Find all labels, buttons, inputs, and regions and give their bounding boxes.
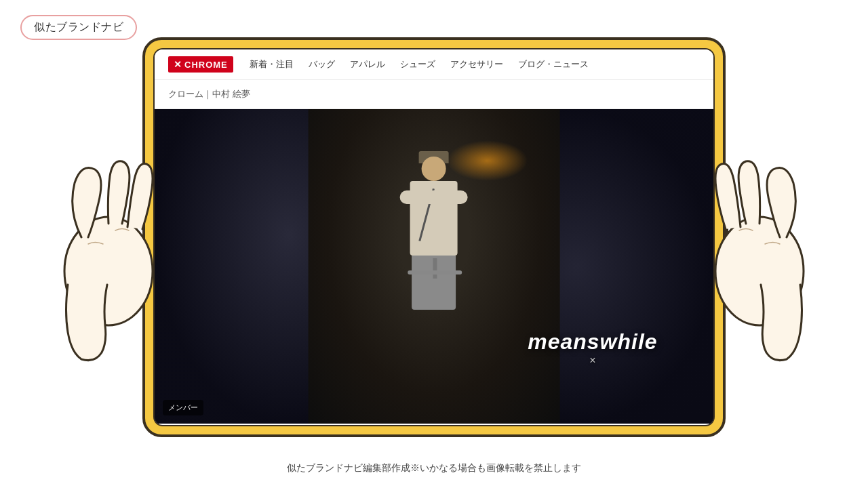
site-navigation: ✕ CHROME 新着・注目 バッグ アパレル シューズ アクセサリー ブログ・… (155, 49, 713, 80)
overlay-main-text: meanswhile (528, 329, 657, 354)
member-badge: メンバー (163, 400, 203, 415)
overlay-sub-text: × (528, 354, 657, 367)
footer-disclaimer: 似たブランドナビ編集部作成※いかなる場合も画像転載を禁止します (0, 462, 868, 474)
brand-logo-badge[interactable]: 似たブランドナビ (20, 15, 137, 40)
member-label: メンバー (168, 403, 198, 411)
breadcrumb-text: クローム｜中村 絵夢 (168, 89, 250, 99)
hand-right-illustration (705, 149, 841, 366)
person-arms (400, 190, 468, 204)
hero-overlay-text: meanswhile × (528, 329, 657, 367)
person-illustration (393, 157, 475, 306)
hero-image-area: meanswhile × メンバー (155, 109, 713, 424)
tablet-frame: ✕ CHROME 新着・注目 バッグ アパレル シューズ アクセサリー ブログ・… (142, 37, 726, 437)
bike-handlebar (408, 270, 462, 274)
nav-link-shoes[interactable]: シューズ (400, 58, 435, 70)
footer-text-content: 似たブランドナビ編集部作成※いかなる場合も画像転載を禁止します (287, 462, 581, 473)
nav-link-apparel[interactable]: アパレル (350, 58, 385, 70)
chrome-logo: ✕ CHROME (168, 56, 233, 73)
nav-links-container: 新着・注目 バッグ アパレル シューズ アクセサリー ブログ・ニュース (250, 58, 589, 70)
nav-link-accessories[interactable]: アクセサリー (450, 58, 503, 70)
person-head (422, 157, 446, 181)
center-scene (309, 109, 560, 424)
chrome-x-icon: ✕ (174, 59, 182, 70)
nav-link-new[interactable]: 新着・注目 (250, 58, 294, 70)
nav-link-bag[interactable]: バッグ (309, 58, 335, 70)
brand-logo-text: 似たブランドナビ (34, 21, 123, 33)
hand-left-illustration (27, 149, 163, 366)
breadcrumb: クローム｜中村 絵夢 (155, 80, 713, 109)
bike-stem (433, 258, 437, 279)
chrome-brand-name: CHROME (184, 60, 228, 70)
tablet-screen: ✕ CHROME 新着・注目 バッグ アパレル シューズ アクセサリー ブログ・… (153, 48, 715, 426)
nav-link-blog[interactable]: ブログ・ニュース (518, 58, 589, 70)
